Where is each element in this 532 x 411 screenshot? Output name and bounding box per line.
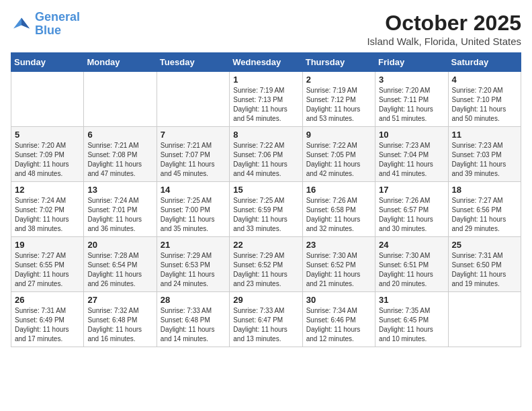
day-info: Sunrise: 7:30 AM Sunset: 6:51 PM Dayligh… — [379, 251, 444, 289]
day-number: 14 — [161, 185, 226, 195]
calendar-cell: 4Sunrise: 7:20 AM Sunset: 7:10 PM Daylig… — [448, 72, 521, 127]
day-info: Sunrise: 7:23 AM Sunset: 7:04 PM Dayligh… — [379, 141, 444, 179]
day-number: 21 — [161, 240, 226, 250]
day-number: 13 — [87, 185, 152, 195]
calendar-title: October 2025 — [367, 11, 521, 36]
calendar-cell: 11Sunrise: 7:23 AM Sunset: 7:03 PM Dayli… — [448, 127, 521, 182]
logo-text: General Blue — [35, 11, 80, 38]
day-number: 28 — [161, 295, 226, 305]
calendar-cell — [11, 72, 84, 127]
day-info: Sunrise: 7:23 AM Sunset: 7:03 PM Dayligh… — [452, 141, 517, 179]
day-info: Sunrise: 7:21 AM Sunset: 7:07 PM Dayligh… — [161, 141, 226, 179]
calendar-cell: 25Sunrise: 7:31 AM Sunset: 6:50 PM Dayli… — [448, 237, 521, 292]
calendar-cell: 17Sunrise: 7:26 AM Sunset: 6:57 PM Dayli… — [375, 182, 448, 237]
day-info: Sunrise: 7:20 AM Sunset: 7:11 PM Dayligh… — [379, 86, 444, 124]
calendar-cell: 22Sunrise: 7:29 AM Sunset: 6:52 PM Dayli… — [230, 237, 302, 292]
day-number: 5 — [15, 130, 80, 140]
calendar-cell: 16Sunrise: 7:26 AM Sunset: 6:58 PM Dayli… — [302, 182, 375, 237]
day-number: 29 — [233, 295, 298, 305]
svg-marker-1 — [21, 17, 30, 28]
day-info: Sunrise: 7:26 AM Sunset: 6:58 PM Dayligh… — [306, 196, 371, 234]
calendar-cell: 9Sunrise: 7:22 AM Sunset: 7:05 PM Daylig… — [302, 127, 375, 182]
day-number: 16 — [306, 185, 371, 195]
day-info: Sunrise: 7:34 AM Sunset: 6:46 PM Dayligh… — [306, 306, 371, 344]
day-number: 3 — [379, 75, 444, 85]
calendar-cell: 2Sunrise: 7:19 AM Sunset: 7:12 PM Daylig… — [302, 72, 375, 127]
day-number: 17 — [379, 185, 444, 195]
weekday-header-wednesday: Wednesday — [230, 53, 302, 72]
calendar-cell: 8Sunrise: 7:22 AM Sunset: 7:06 PM Daylig… — [230, 127, 302, 182]
calendar-cell: 18Sunrise: 7:27 AM Sunset: 6:56 PM Dayli… — [448, 182, 521, 237]
day-info: Sunrise: 7:30 AM Sunset: 6:52 PM Dayligh… — [306, 251, 371, 289]
day-info: Sunrise: 7:29 AM Sunset: 6:52 PM Dayligh… — [233, 251, 298, 289]
calendar-cell: 13Sunrise: 7:24 AM Sunset: 7:01 PM Dayli… — [84, 182, 157, 237]
day-info: Sunrise: 7:25 AM Sunset: 6:59 PM Dayligh… — [233, 196, 298, 234]
day-info: Sunrise: 7:31 AM Sunset: 6:50 PM Dayligh… — [452, 251, 517, 289]
day-number: 15 — [233, 185, 298, 195]
calendar-cell: 28Sunrise: 7:33 AM Sunset: 6:48 PM Dayli… — [157, 292, 229, 347]
day-info: Sunrise: 7:29 AM Sunset: 6:53 PM Dayligh… — [161, 251, 226, 289]
calendar-cell: 1Sunrise: 7:19 AM Sunset: 7:13 PM Daylig… — [230, 72, 302, 127]
logo-bird-icon — [11, 13, 32, 35]
calendar-cell: 19Sunrise: 7:27 AM Sunset: 6:55 PM Dayli… — [11, 237, 84, 292]
calendar-cell: 24Sunrise: 7:30 AM Sunset: 6:51 PM Dayli… — [375, 237, 448, 292]
day-number: 12 — [15, 185, 80, 195]
calendar-location: Island Walk, Florida, United States — [367, 36, 521, 47]
day-number: 9 — [306, 130, 371, 140]
day-number: 23 — [306, 240, 371, 250]
day-info: Sunrise: 7:27 AM Sunset: 6:55 PM Dayligh… — [15, 251, 80, 289]
day-info: Sunrise: 7:24 AM Sunset: 7:01 PM Dayligh… — [87, 196, 152, 234]
calendar-cell: 7Sunrise: 7:21 AM Sunset: 7:07 PM Daylig… — [157, 127, 229, 182]
calendar-cell: 12Sunrise: 7:24 AM Sunset: 7:02 PM Dayli… — [11, 182, 84, 237]
day-info: Sunrise: 7:35 AM Sunset: 6:45 PM Dayligh… — [379, 306, 444, 344]
calendar-cell: 3Sunrise: 7:20 AM Sunset: 7:11 PM Daylig… — [375, 72, 448, 127]
calendar-cell: 21Sunrise: 7:29 AM Sunset: 6:53 PM Dayli… — [157, 237, 229, 292]
day-info: Sunrise: 7:21 AM Sunset: 7:08 PM Dayligh… — [87, 141, 152, 179]
calendar-cell: 30Sunrise: 7:34 AM Sunset: 6:46 PM Dayli… — [302, 292, 375, 347]
day-info: Sunrise: 7:28 AM Sunset: 6:54 PM Dayligh… — [87, 251, 152, 289]
day-number: 1 — [233, 75, 298, 85]
day-number: 8 — [233, 130, 298, 140]
logo: General Blue — [11, 11, 80, 38]
calendar-cell: 5Sunrise: 7:20 AM Sunset: 7:09 PM Daylig… — [11, 127, 84, 182]
weekday-header-sunday: Sunday — [11, 53, 84, 72]
calendar-cell: 14Sunrise: 7:25 AM Sunset: 7:00 PM Dayli… — [157, 182, 229, 237]
title-block: October 2025 Island Walk, Florida, Unite… — [367, 11, 521, 47]
day-number: 20 — [87, 240, 152, 250]
day-info: Sunrise: 7:24 AM Sunset: 7:02 PM Dayligh… — [15, 196, 80, 234]
day-info: Sunrise: 7:25 AM Sunset: 7:00 PM Dayligh… — [161, 196, 226, 234]
day-info: Sunrise: 7:31 AM Sunset: 6:49 PM Dayligh… — [15, 306, 80, 344]
calendar-cell: 26Sunrise: 7:31 AM Sunset: 6:49 PM Dayli… — [11, 292, 84, 347]
calendar-cell — [448, 292, 521, 347]
day-number: 11 — [452, 130, 517, 140]
calendar-week-row-1: 1Sunrise: 7:19 AM Sunset: 7:13 PM Daylig… — [11, 72, 521, 127]
day-number: 24 — [379, 240, 444, 250]
day-number: 18 — [452, 185, 517, 195]
day-number: 27 — [87, 295, 152, 305]
day-number: 22 — [233, 240, 298, 250]
weekday-header-tuesday: Tuesday — [157, 53, 229, 72]
day-info: Sunrise: 7:22 AM Sunset: 7:05 PM Dayligh… — [306, 141, 371, 179]
day-info: Sunrise: 7:19 AM Sunset: 7:12 PM Dayligh… — [306, 86, 371, 124]
day-number: 19 — [15, 240, 80, 250]
day-number: 4 — [452, 75, 517, 85]
weekday-header-thursday: Thursday — [302, 53, 375, 72]
calendar-table: SundayMondayTuesdayWednesdayThursdayFrid… — [11, 52, 521, 347]
weekday-header-monday: Monday — [84, 53, 157, 72]
day-number: 10 — [379, 130, 444, 140]
calendar-cell: 31Sunrise: 7:35 AM Sunset: 6:45 PM Dayli… — [375, 292, 448, 347]
day-number: 2 — [306, 75, 371, 85]
calendar-cell: 10Sunrise: 7:23 AM Sunset: 7:04 PM Dayli… — [375, 127, 448, 182]
calendar-cell: 23Sunrise: 7:30 AM Sunset: 6:52 PM Dayli… — [302, 237, 375, 292]
calendar-cell — [157, 72, 229, 127]
day-info: Sunrise: 7:22 AM Sunset: 7:06 PM Dayligh… — [233, 141, 298, 179]
day-info: Sunrise: 7:19 AM Sunset: 7:13 PM Dayligh… — [233, 86, 298, 124]
day-info: Sunrise: 7:20 AM Sunset: 7:09 PM Dayligh… — [15, 141, 80, 179]
day-number: 31 — [379, 295, 444, 305]
day-info: Sunrise: 7:32 AM Sunset: 6:48 PM Dayligh… — [87, 306, 152, 344]
calendar-cell: 6Sunrise: 7:21 AM Sunset: 7:08 PM Daylig… — [84, 127, 157, 182]
day-number: 6 — [87, 130, 152, 140]
day-number: 26 — [15, 295, 80, 305]
calendar-week-row-5: 26Sunrise: 7:31 AM Sunset: 6:49 PM Dayli… — [11, 292, 521, 347]
weekday-header-saturday: Saturday — [448, 53, 521, 72]
